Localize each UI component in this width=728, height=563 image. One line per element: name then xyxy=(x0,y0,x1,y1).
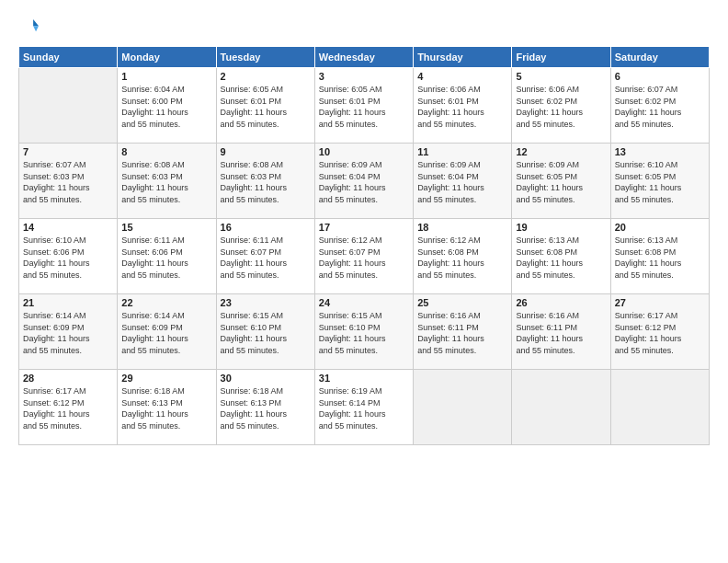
day-cell: 24Sunrise: 6:15 AM Sunset: 6:10 PM Dayli… xyxy=(314,294,413,370)
day-number: 23 xyxy=(221,297,311,308)
day-number: 26 xyxy=(516,297,606,308)
day-number: 16 xyxy=(221,222,311,233)
header-cell-wednesday: Wednesday xyxy=(314,47,413,68)
day-cell: 31Sunrise: 6:19 AM Sunset: 6:14 PM Dayli… xyxy=(314,370,413,445)
day-detail: Sunrise: 6:19 AM Sunset: 6:14 PM Dayligh… xyxy=(319,385,409,431)
day-number: 17 xyxy=(319,222,409,233)
day-detail: Sunrise: 6:13 AM Sunset: 6:08 PM Dayligh… xyxy=(615,235,705,281)
day-cell: 16Sunrise: 6:11 AM Sunset: 6:07 PM Dayli… xyxy=(216,219,314,294)
day-detail: Sunrise: 6:18 AM Sunset: 6:13 PM Dayligh… xyxy=(121,385,211,431)
day-cell: 11Sunrise: 6:09 AM Sunset: 6:04 PM Dayli… xyxy=(414,144,512,219)
day-detail: Sunrise: 6:09 AM Sunset: 6:04 PM Dayligh… xyxy=(417,159,507,205)
day-number: 31 xyxy=(319,373,409,384)
day-number: 28 xyxy=(23,373,113,384)
day-number: 30 xyxy=(221,373,311,384)
day-detail: Sunrise: 6:17 AM Sunset: 6:12 PM Dayligh… xyxy=(615,310,705,356)
day-detail: Sunrise: 6:12 AM Sunset: 6:08 PM Dayligh… xyxy=(417,235,507,281)
day-number: 27 xyxy=(615,297,705,308)
day-number: 13 xyxy=(615,146,705,157)
day-number: 20 xyxy=(615,222,705,233)
day-cell: 20Sunrise: 6:13 AM Sunset: 6:08 PM Dayli… xyxy=(610,219,709,294)
day-number: 19 xyxy=(516,222,606,233)
day-number: 4 xyxy=(417,71,507,82)
calendar-table: SundayMondayTuesdayWednesdayThursdayFrid… xyxy=(18,46,710,445)
week-row-4: 28Sunrise: 6:17 AM Sunset: 6:12 PM Dayli… xyxy=(19,370,710,445)
calendar-page: SundayMondayTuesdayWednesdayThursdayFrid… xyxy=(0,0,728,563)
day-cell: 8Sunrise: 6:08 AM Sunset: 6:03 PM Daylig… xyxy=(118,144,216,219)
svg-marker-1 xyxy=(33,26,39,31)
day-cell: 19Sunrise: 6:13 AM Sunset: 6:08 PM Dayli… xyxy=(512,219,610,294)
day-detail: Sunrise: 6:09 AM Sunset: 6:04 PM Dayligh… xyxy=(319,159,409,205)
header-cell-saturday: Saturday xyxy=(610,47,709,68)
day-number: 5 xyxy=(516,71,606,82)
day-number: 6 xyxy=(615,71,705,82)
day-detail: Sunrise: 6:08 AM Sunset: 6:03 PM Dayligh… xyxy=(221,159,311,205)
logo-icon xyxy=(18,17,39,37)
day-number: 7 xyxy=(23,146,113,157)
day-cell: 22Sunrise: 6:14 AM Sunset: 6:09 PM Dayli… xyxy=(118,294,216,370)
day-cell: 17Sunrise: 6:12 AM Sunset: 6:07 PM Dayli… xyxy=(314,219,413,294)
day-cell: 18Sunrise: 6:12 AM Sunset: 6:08 PM Dayli… xyxy=(414,219,512,294)
day-detail: Sunrise: 6:10 AM Sunset: 6:05 PM Dayligh… xyxy=(615,159,705,205)
header-cell-friday: Friday xyxy=(512,47,610,68)
day-cell: 10Sunrise: 6:09 AM Sunset: 6:04 PM Dayli… xyxy=(314,144,413,219)
day-detail: Sunrise: 6:08 AM Sunset: 6:03 PM Dayligh… xyxy=(121,159,211,205)
week-row-1: 7Sunrise: 6:07 AM Sunset: 6:03 PM Daylig… xyxy=(19,144,710,219)
day-detail: Sunrise: 6:11 AM Sunset: 6:07 PM Dayligh… xyxy=(221,235,311,281)
day-cell: 7Sunrise: 6:07 AM Sunset: 6:03 PM Daylig… xyxy=(19,144,118,219)
header-cell-monday: Monday xyxy=(118,47,216,68)
day-cell: 26Sunrise: 6:16 AM Sunset: 6:11 PM Dayli… xyxy=(512,294,610,370)
day-cell: 21Sunrise: 6:14 AM Sunset: 6:09 PM Dayli… xyxy=(19,294,118,370)
day-detail: Sunrise: 6:04 AM Sunset: 6:00 PM Dayligh… xyxy=(121,84,211,130)
day-number: 9 xyxy=(221,146,311,157)
day-cell: 1Sunrise: 6:04 AM Sunset: 6:00 PM Daylig… xyxy=(118,68,216,144)
day-detail: Sunrise: 6:15 AM Sunset: 6:10 PM Dayligh… xyxy=(319,310,409,356)
day-cell xyxy=(19,68,118,144)
day-number: 1 xyxy=(121,71,211,82)
day-detail: Sunrise: 6:13 AM Sunset: 6:08 PM Dayligh… xyxy=(516,235,606,281)
day-detail: Sunrise: 6:17 AM Sunset: 6:12 PM Dayligh… xyxy=(23,385,113,431)
day-detail: Sunrise: 6:07 AM Sunset: 6:03 PM Dayligh… xyxy=(23,159,113,205)
week-row-3: 21Sunrise: 6:14 AM Sunset: 6:09 PM Dayli… xyxy=(19,294,710,370)
day-number: 22 xyxy=(121,297,211,308)
day-number: 8 xyxy=(121,146,211,157)
day-number: 25 xyxy=(417,297,507,308)
day-cell: 9Sunrise: 6:08 AM Sunset: 6:03 PM Daylig… xyxy=(216,144,314,219)
calendar-header: SundayMondayTuesdayWednesdayThursdayFrid… xyxy=(19,47,710,68)
day-cell: 12Sunrise: 6:09 AM Sunset: 6:05 PM Dayli… xyxy=(512,144,610,219)
day-detail: Sunrise: 6:14 AM Sunset: 6:09 PM Dayligh… xyxy=(121,310,211,356)
calendar-body: 1Sunrise: 6:04 AM Sunset: 6:00 PM Daylig… xyxy=(19,68,710,445)
svg-marker-0 xyxy=(33,19,39,26)
day-number: 21 xyxy=(23,297,113,308)
day-number: 11 xyxy=(417,146,507,157)
header-row: SundayMondayTuesdayWednesdayThursdayFrid… xyxy=(19,47,710,68)
day-number: 14 xyxy=(23,222,113,233)
day-cell: 27Sunrise: 6:17 AM Sunset: 6:12 PM Dayli… xyxy=(610,294,709,370)
day-cell xyxy=(512,370,610,445)
day-cell: 15Sunrise: 6:11 AM Sunset: 6:06 PM Dayli… xyxy=(118,219,216,294)
day-number: 12 xyxy=(516,146,606,157)
day-detail: Sunrise: 6:10 AM Sunset: 6:06 PM Dayligh… xyxy=(23,235,113,281)
week-row-2: 14Sunrise: 6:10 AM Sunset: 6:06 PM Dayli… xyxy=(19,219,710,294)
logo xyxy=(18,17,42,37)
day-detail: Sunrise: 6:11 AM Sunset: 6:06 PM Dayligh… xyxy=(121,235,211,281)
day-cell: 3Sunrise: 6:05 AM Sunset: 6:01 PM Daylig… xyxy=(314,68,413,144)
day-number: 3 xyxy=(319,71,409,82)
day-detail: Sunrise: 6:14 AM Sunset: 6:09 PM Dayligh… xyxy=(23,310,113,356)
day-cell: 25Sunrise: 6:16 AM Sunset: 6:11 PM Dayli… xyxy=(414,294,512,370)
day-detail: Sunrise: 6:09 AM Sunset: 6:05 PM Dayligh… xyxy=(516,159,606,205)
day-cell: 29Sunrise: 6:18 AM Sunset: 6:13 PM Dayli… xyxy=(118,370,216,445)
day-cell: 2Sunrise: 6:05 AM Sunset: 6:01 PM Daylig… xyxy=(216,68,314,144)
day-number: 24 xyxy=(319,297,409,308)
day-detail: Sunrise: 6:05 AM Sunset: 6:01 PM Dayligh… xyxy=(319,84,409,130)
day-detail: Sunrise: 6:07 AM Sunset: 6:02 PM Dayligh… xyxy=(615,84,705,130)
day-cell xyxy=(414,370,512,445)
day-detail: Sunrise: 6:16 AM Sunset: 6:11 PM Dayligh… xyxy=(417,310,507,356)
day-cell: 13Sunrise: 6:10 AM Sunset: 6:05 PM Dayli… xyxy=(610,144,709,219)
day-cell xyxy=(610,370,709,445)
day-number: 29 xyxy=(121,373,211,384)
week-row-0: 1Sunrise: 6:04 AM Sunset: 6:00 PM Daylig… xyxy=(19,68,710,144)
header-cell-sunday: Sunday xyxy=(19,47,118,68)
day-number: 15 xyxy=(121,222,211,233)
day-detail: Sunrise: 6:18 AM Sunset: 6:13 PM Dayligh… xyxy=(221,385,311,431)
